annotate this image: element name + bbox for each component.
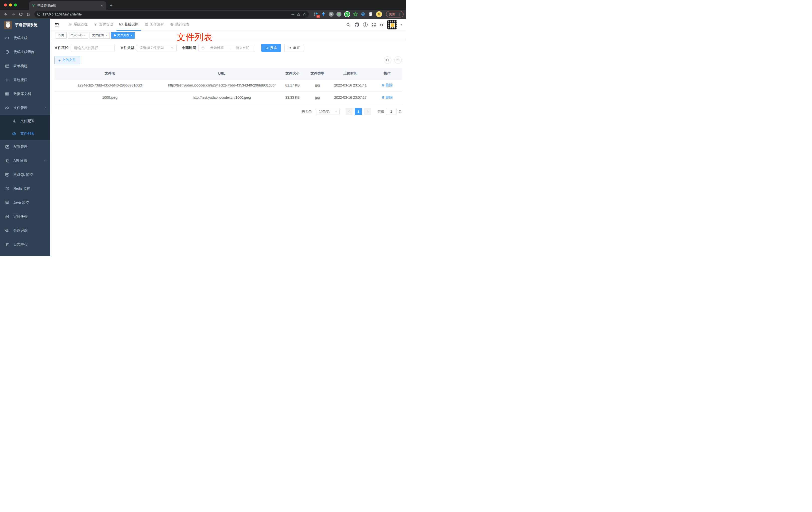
nav-item-infrastructure[interactable]: 基础设施: [116, 19, 141, 31]
cloud-upload-icon: [12, 131, 17, 136]
sidebar-item-redis-monitor[interactable]: Redis 监控: [0, 182, 50, 196]
cell-url: http://test.yudao.iocoder.cn/a294ecb2-73…: [165, 80, 278, 92]
sidebar-item-config-management[interactable]: 配置管理: [0, 140, 50, 154]
chevron-left-icon: [348, 110, 351, 113]
sidebar-item-db-doc[interactable]: 数据库文档: [0, 87, 50, 101]
reload-button[interactable]: [18, 11, 24, 18]
sidebar-item-file-list[interactable]: 文件列表: [0, 127, 50, 140]
site-info-icon[interactable]: [37, 12, 41, 16]
help-icon[interactable]: ?: [363, 23, 368, 27]
file-management-submenu: 文件配置 文件列表: [0, 115, 50, 140]
sidebar-collapse-icon[interactable]: [54, 19, 59, 31]
chevron-right-icon: [366, 110, 369, 113]
cell-size: 33.33 KB: [278, 92, 307, 104]
browser-tab[interactable]: 芋道管理系统 ×: [29, 1, 106, 10]
header-actions: ? tT ▾: [346, 19, 402, 31]
sidebar-item-form-builder[interactable]: 表单构建: [0, 59, 50, 73]
profile-avatar-emoji[interactable]: [376, 11, 382, 17]
maximize-window-button[interactable]: [14, 3, 17, 6]
forward-button[interactable]: [10, 11, 17, 18]
tag-profile[interactable]: 个人中心 ×: [68, 32, 88, 39]
sidebar-item-tracing[interactable]: 链路追踪: [0, 223, 50, 238]
sidebar-item-api-log[interactable]: API 日志: [0, 154, 50, 168]
form-table-icon: [5, 64, 9, 68]
password-key-icon[interactable]: [291, 12, 295, 16]
extension-eye-icon[interactable]: [360, 12, 366, 17]
back-button[interactable]: [2, 11, 9, 18]
fullscreen-icon[interactable]: [371, 22, 376, 27]
extension-grid-icon[interactable]: 11: [313, 12, 318, 17]
font-size-icon[interactable]: tT: [380, 23, 383, 27]
sidebar-item-log-center[interactable]: 日志中心: [0, 238, 50, 251]
share-icon[interactable]: [297, 12, 300, 16]
new-tab-button[interactable]: +: [110, 3, 113, 8]
url-bar[interactable]: 127.0.0.1:1024/infra/file/file: [34, 11, 309, 18]
next-page-button[interactable]: [364, 108, 371, 115]
sidebar-item-system-api[interactable]: 系统接口: [0, 73, 50, 87]
monitor-check-icon: [119, 23, 123, 26]
extension-gem-icon[interactable]: [321, 12, 326, 17]
close-icon[interactable]: ×: [106, 34, 107, 37]
nav-item-reports[interactable]: 统计报表: [167, 19, 192, 31]
delete-button[interactable]: 删除: [382, 83, 393, 88]
current-page[interactable]: 1: [355, 108, 362, 115]
end-date-placeholder[interactable]: 结束日期: [232, 46, 253, 50]
sidebar-item-mysql-monitor[interactable]: MySQL 监控: [0, 168, 50, 182]
sidebar-item-scheduled-tasks[interactable]: 定时任务: [0, 210, 50, 223]
nav-item-system[interactable]: 系统管理: [66, 19, 90, 31]
avatar-caret-icon[interactable]: ▾: [401, 23, 402, 26]
delete-button[interactable]: 删除: [382, 95, 393, 100]
extension-y-icon[interactable]: [344, 11, 350, 17]
table-row: a294ecb2-73dd-4353-bf40-296b8931d0bf htt…: [54, 80, 402, 92]
tag-home[interactable]: 首页: [56, 32, 66, 39]
layers-icon: [5, 186, 9, 191]
col-url: URL: [165, 68, 278, 80]
file-type-select[interactable]: 请选择文件类型: [137, 44, 177, 52]
search-icon[interactable]: [346, 22, 351, 27]
extension-puzzle-icon[interactable]: [368, 12, 373, 17]
nav-item-workflow[interactable]: 工作流程: [142, 19, 166, 31]
bookmark-star-icon[interactable]: [302, 12, 306, 16]
tab-close-icon[interactable]: ×: [100, 4, 104, 7]
browser-update-button[interactable]: 更新 ⋮: [386, 11, 404, 18]
col-action: 操作: [372, 68, 402, 80]
date-range-picker[interactable]: 开始日期 - 结束日期: [199, 44, 255, 52]
refresh-button[interactable]: [394, 56, 402, 64]
sidebar-item-file-config[interactable]: 文件配置: [0, 115, 50, 127]
close-icon[interactable]: ×: [84, 34, 86, 37]
logo-row[interactable]: 芋道管理系统: [0, 19, 50, 31]
extension-command-icon[interactable]: [329, 12, 334, 17]
extension-star-icon[interactable]: [353, 12, 358, 17]
toggle-search-button[interactable]: [384, 56, 391, 64]
total-count: 共 2 条: [302, 109, 312, 114]
tag-file-config[interactable]: 文件配置 ×: [90, 32, 110, 39]
sidebar-item-file-management[interactable]: 文件管理: [0, 101, 50, 115]
page-size-select[interactable]: 10条/页: [316, 108, 340, 115]
minimize-window-button[interactable]: [9, 3, 12, 6]
browser-menu-icon[interactable]: ⋮: [398, 12, 401, 16]
shield-check-icon: [5, 50, 9, 54]
goto-page-input[interactable]: [386, 108, 396, 115]
prev-page-button[interactable]: [346, 108, 353, 115]
cell-url: http://test.yudao.iocoder.cn/1000.jpeg: [165, 92, 278, 104]
extension-dot-icon[interactable]: [337, 12, 341, 17]
home-button[interactable]: [25, 11, 31, 18]
sidebar-item-code-gen[interactable]: 代码生成: [0, 31, 50, 45]
tag-file-list[interactable]: 文件列表 ×: [111, 32, 135, 39]
start-date-placeholder[interactable]: 开始日期: [207, 46, 227, 50]
github-icon[interactable]: [354, 22, 359, 27]
sidebar-item-java-monitor[interactable]: Java 监控: [0, 196, 50, 210]
nav-item-payment[interactable]: ¥ 支付管理: [91, 19, 115, 31]
upload-file-button[interactable]: + 上传文件: [54, 56, 80, 64]
close-window-button[interactable]: [4, 3, 7, 6]
file-path-label: 文件路径: [54, 46, 68, 50]
search-button[interactable]: 搜索: [261, 44, 281, 52]
timer-document-icon: [5, 214, 9, 219]
close-icon[interactable]: ×: [131, 34, 132, 37]
user-avatar-qr[interactable]: [387, 20, 397, 29]
table-header-row: 文件名 URL 文件大小 文件类型 上传时间 操作: [54, 68, 402, 80]
reset-button[interactable]: 重置: [284, 44, 304, 52]
file-path-input[interactable]: [71, 44, 114, 52]
top-nav: 系统管理 ¥ 支付管理 基础设施 工作流程 统计报表: [66, 19, 192, 31]
sidebar-item-code-demo[interactable]: 代码生成示例: [0, 45, 50, 59]
